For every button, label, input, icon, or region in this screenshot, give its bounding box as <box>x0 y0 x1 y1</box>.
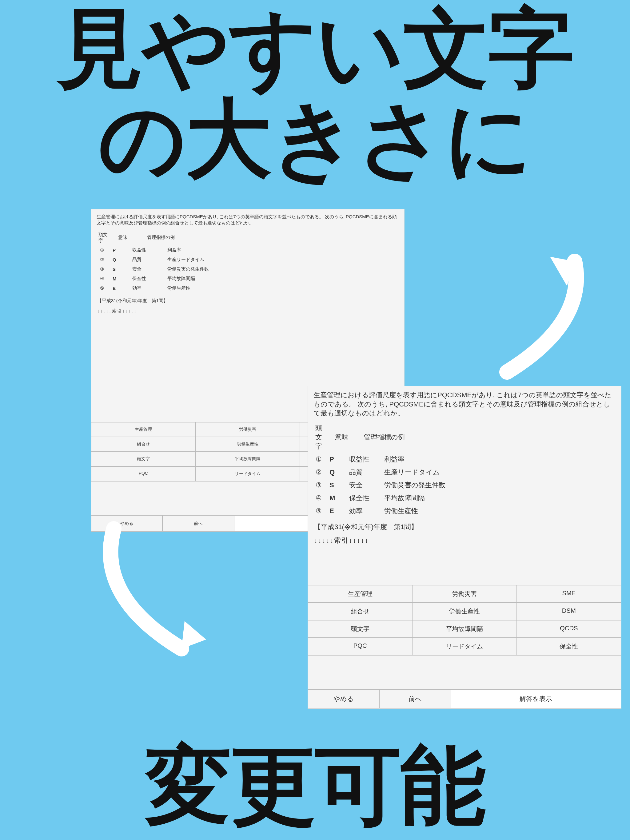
tag[interactable]: PQC <box>91 466 195 481</box>
prev-button[interactable]: 前へ <box>379 689 451 708</box>
arrow-icon <box>427 243 587 387</box>
tag[interactable]: 労働生産性 <box>412 603 516 620</box>
options-block: 頭文字意味管理指標の例 ①P収益性利益率 ②Q品質生産リードタイム ③S安全労働… <box>91 227 404 295</box>
question-text: 生産管理における評価尺度を表す用語にPQCDSMEがあり, これは7つの英単語の… <box>308 386 621 419</box>
options-block: 頭文字意味管理指標の例 ①P収益性利益率 ②Q品質生産リードタイム ③S安全労働… <box>308 419 621 519</box>
option-row[interactable]: ②Q品質生産リードタイム <box>98 255 397 264</box>
quiz-panel-large: 生産管理における評価尺度を表す用語にPQCDSMEがあり, これは7つの英単語の… <box>308 386 621 709</box>
quit-button[interactable]: やめる <box>308 689 379 708</box>
show-answer-button[interactable]: 解答を表示 <box>451 689 621 708</box>
headline-top: 見やすい文字の大きさに <box>0 3 630 184</box>
option-row[interactable]: ⑤E効率労働生産性 <box>98 284 397 293</box>
tag[interactable]: 平均故障間隔 <box>412 620 516 638</box>
question-text: 生産管理における評価尺度を表す用語にPQCDSMEがあり, これは7つの英単語の… <box>91 209 404 227</box>
tag[interactable]: リードタイム <box>195 466 300 481</box>
tag[interactable]: 生産管理 <box>91 422 195 437</box>
tag[interactable]: 保全性 <box>517 638 621 655</box>
tag[interactable]: DSM <box>517 603 621 620</box>
nav-row: やめる 前へ 解答を表示 <box>308 689 621 708</box>
tag[interactable]: 組合せ <box>308 603 412 620</box>
option-row[interactable]: ③S安全労働災害の発生件数 <box>98 264 397 274</box>
option-row[interactable]: ①P収益性利益率 <box>98 245 397 255</box>
question-meta: 【平成31(令和元年)年度 第1問】 <box>91 295 404 307</box>
option-row[interactable]: ④M保全性平均故障間隔 <box>98 274 397 284</box>
tag[interactable]: リードタイム <box>412 638 516 655</box>
svg-marker-1 <box>182 621 206 649</box>
tag-grid: 生産管理労働災害SME 組合せ労働生産性DSM 頭文字平均故障間隔QCDS PQ… <box>308 585 621 655</box>
tag[interactable]: 労働災害 <box>195 422 300 437</box>
tag[interactable]: SME <box>517 585 621 603</box>
index-marker: ↓↓↓↓↓索引↓↓↓↓↓ <box>91 307 404 317</box>
tag[interactable]: 労働生産性 <box>195 437 300 452</box>
option-row[interactable]: ③S安全労働災害の発生件数 <box>315 479 614 492</box>
tag[interactable]: 頭文字 <box>91 452 195 466</box>
tag[interactable]: 平均故障間隔 <box>195 452 300 466</box>
headline-bottom: 変更可能 <box>0 741 630 831</box>
tag[interactable]: 労働災害 <box>412 585 516 603</box>
option-row[interactable]: ②Q品質生産リードタイム <box>315 466 614 479</box>
tag[interactable]: 組合せ <box>91 437 195 452</box>
option-row[interactable]: ⑤E効率労働生産性 <box>315 505 614 518</box>
tag[interactable]: QCDS <box>517 620 621 638</box>
tag[interactable]: 生産管理 <box>308 585 412 603</box>
index-marker: ↓↓↓↓↓索引↓↓↓↓↓ <box>308 535 621 548</box>
arrow-icon <box>95 516 255 661</box>
question-meta: 【平成31(令和元年)年度 第1問】 <box>308 519 621 535</box>
option-row[interactable]: ④M保全性平均故障間隔 <box>315 492 614 505</box>
option-row[interactable]: ①P収益性利益率 <box>315 453 614 466</box>
tag[interactable]: 頭文字 <box>308 620 412 638</box>
tag[interactable]: PQC <box>308 638 412 655</box>
